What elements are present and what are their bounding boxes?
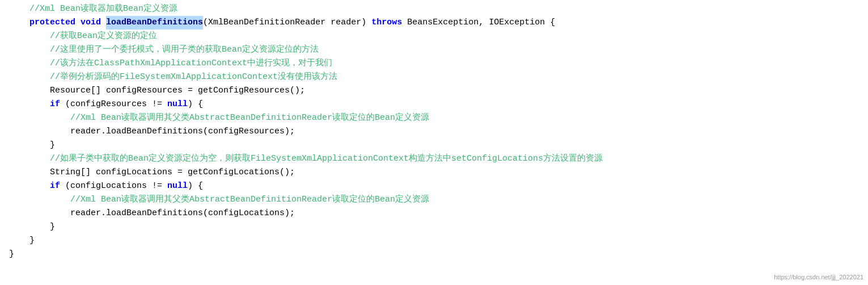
code-token <box>9 16 29 30</box>
code-line: } <box>0 234 868 248</box>
code-line: if (configResources != null) { <box>0 98 868 111</box>
code-line: } <box>0 220 868 234</box>
code-token: reader.loadBeanDefinitions(configLocatio… <box>9 207 295 220</box>
code-line: //举例分析源码的FileSystemXmlApplicationContext… <box>0 70 868 84</box>
code-line: } <box>0 248 868 261</box>
code-line: //这里使用了一个委托模式，调用子类的获取Bean定义资源定位的方法 <box>0 43 868 57</box>
code-line: protected void loadBeanDefinitions(XmlBe… <box>0 16 868 30</box>
code-token: (configLocations != <box>60 179 167 193</box>
code-token: //Xml Bean读取器加载Bean定义资源 <box>9 2 177 16</box>
code-token: //举例分析源码的FileSystemXmlApplicationContext… <box>9 70 337 84</box>
code-token: ) { <box>188 98 203 111</box>
code-token: reader.loadBeanDefinitions(configResourc… <box>9 125 295 139</box>
code-token: (configResources != <box>60 98 167 111</box>
code-editor: //Xml Bean读取器加载Bean定义资源 protected void l… <box>0 0 868 285</box>
code-token: } <box>9 234 35 248</box>
code-token: null <box>167 98 188 111</box>
code-token: } <box>9 139 55 152</box>
code-token: //该方法在ClassPathXmlApplicationContext中进行实… <box>9 57 332 70</box>
code-token: //这里使用了一个委托模式，调用子类的获取Bean定义资源定位的方法 <box>9 43 319 57</box>
code-token: } <box>9 220 55 234</box>
code-token: Resource[] configResources = getConfigRe… <box>9 84 305 98</box>
code-token: //Xml Bean读取器调用其父类AbstractBeanDefinition… <box>9 111 429 125</box>
code-line: reader.loadBeanDefinitions(configLocatio… <box>0 207 868 220</box>
code-token: } <box>9 248 14 261</box>
code-token: //获取Bean定义资源的定位 <box>9 30 157 43</box>
code-line: reader.loadBeanDefinitions(configResourc… <box>0 125 868 139</box>
code-token <box>75 16 81 30</box>
code-token: if <box>50 179 60 193</box>
code-token: void <box>81 16 101 30</box>
code-line: //Xml Bean读取器加载Bean定义资源 <box>0 2 868 16</box>
code-token: throws <box>371 16 402 30</box>
code-line: //Xml Bean读取器调用其父类AbstractBeanDefinition… <box>0 111 868 125</box>
watermark: https://blog.csdn.net/jjj_2022021 <box>774 273 863 283</box>
code-line: if (configLocations != null) { <box>0 179 868 193</box>
code-line: //该方法在ClassPathXmlApplicationContext中进行实… <box>0 57 868 70</box>
code-line: //如果子类中获取的Bean定义资源定位为空，则获取FileSystemXmlA… <box>0 152 868 166</box>
code-line: } <box>0 139 868 152</box>
code-token: protected <box>29 16 75 30</box>
code-token: BeansException, IOException { <box>402 16 555 30</box>
code-token: null <box>167 179 188 193</box>
code-token: //Xml Bean读取器调用其父类AbstractBeanDefinition… <box>9 193 429 207</box>
code-token: loadBeanDefinitions <box>106 16 203 30</box>
code-token: (XmlBeanDefinitionReader reader) <box>203 16 371 30</box>
code-token <box>9 98 50 111</box>
code-token: String[] configLocations = getConfigLoca… <box>9 166 295 179</box>
code-line: //获取Bean定义资源的定位 <box>0 30 868 43</box>
code-token <box>101 16 106 30</box>
code-token: if <box>50 98 60 111</box>
code-line: //Xml Bean读取器调用其父类AbstractBeanDefinition… <box>0 193 868 207</box>
code-line: Resource[] configResources = getConfigRe… <box>0 84 868 98</box>
code-token: //如果子类中获取的Bean定义资源定位为空，则获取FileSystemXmlA… <box>9 152 603 166</box>
code-token: ) { <box>188 179 203 193</box>
code-token <box>9 179 50 193</box>
code-line: String[] configLocations = getConfigLoca… <box>0 166 868 179</box>
